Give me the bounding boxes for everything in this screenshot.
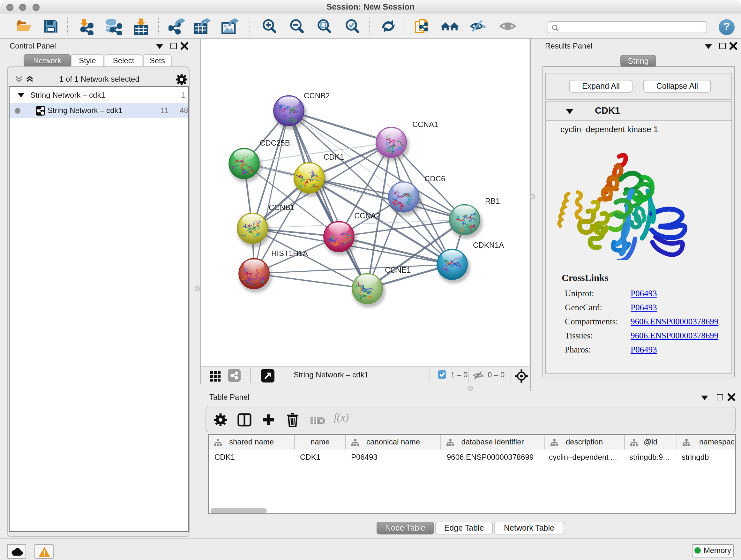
svg-text:RB1: RB1 — [485, 197, 500, 205]
svg-text:CDC25B: CDC25B — [260, 138, 290, 147]
svg-text:CDK1: CDK1 — [324, 152, 344, 161]
svg-text:CCNA2: CCNA2 — [354, 211, 380, 220]
svg-text:CCNB2: CCNB2 — [304, 91, 330, 100]
svg-text:CCNA1: CCNA1 — [412, 120, 438, 129]
svg-text:CCNE1: CCNE1 — [385, 266, 411, 274]
svg-text:CDKN1A: CDKN1A — [473, 241, 504, 249]
svg-text:CDC6: CDC6 — [424, 174, 445, 183]
svg-text:CCNB1: CCNB1 — [269, 203, 294, 212]
svg-text:HIST1H1A: HIST1H1A — [271, 249, 308, 258]
